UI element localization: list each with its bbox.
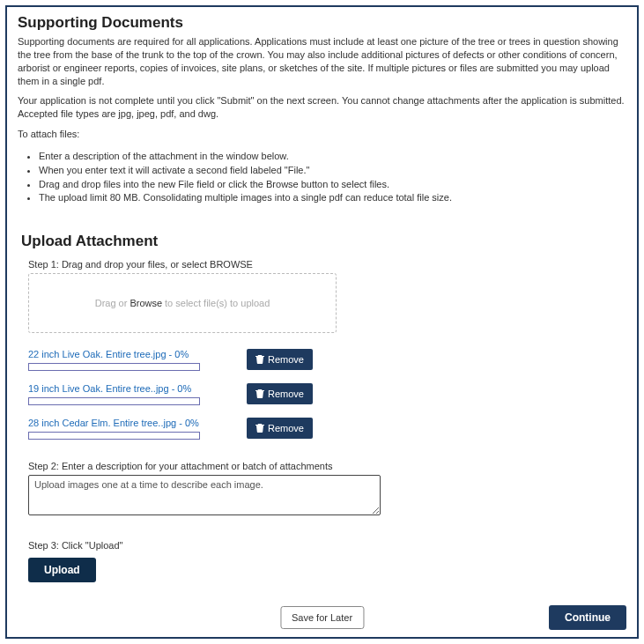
- remove-button[interactable]: Remove: [247, 418, 313, 439]
- remove-label: Remove: [268, 354, 304, 365]
- trash-icon: [255, 389, 264, 400]
- file-info: 19 inch Live Oak. Entire tree..jpg - 0%: [28, 383, 222, 405]
- browse-link[interactable]: Browse: [130, 298, 162, 308]
- footer-buttons: Save for Later Continue: [18, 605, 626, 630]
- file-dropzone[interactable]: Drag or Browse to select file(s) to uplo…: [28, 273, 337, 333]
- save-for-later-button[interactable]: Save for Later: [280, 606, 364, 629]
- intro-paragraph-3: To attach files:: [18, 128, 626, 141]
- step1-label: Step 1: Drag and drop your files, or sel…: [28, 259, 626, 270]
- upload-button[interactable]: Upload: [28, 558, 96, 582]
- file-row: 22 inch Live Oak. Entire tree.jpg - 0% R…: [28, 349, 626, 371]
- file-name: 19 inch Live Oak. Entire tree..jpg - 0%: [28, 383, 222, 394]
- intro-paragraph-2: Your application is not complete until y…: [18, 94, 626, 121]
- file-row: 28 inch Cedar Elm. Entire tree..jpg - 0%…: [28, 418, 626, 440]
- instruction-item: When you enter text it will activate a s…: [39, 164, 626, 177]
- remove-button[interactable]: Remove: [247, 383, 313, 404]
- upload-progress-bar: [28, 363, 200, 371]
- file-info: 28 inch Cedar Elm. Entire tree..jpg - 0%: [28, 418, 222, 440]
- dropzone-text-post: to select file(s) to upload: [165, 298, 270, 308]
- trash-icon: [255, 354, 264, 366]
- continue-button[interactable]: Continue: [549, 605, 626, 630]
- remove-label: Remove: [268, 389, 304, 399]
- page-title: Supporting Documents: [18, 14, 626, 32]
- file-row: 19 inch Live Oak. Entire tree..jpg - 0% …: [28, 383, 626, 405]
- trash-icon: [255, 423, 264, 434]
- upload-progress-bar: [28, 432, 200, 440]
- instruction-list: Enter a description of the attachment in…: [39, 150, 626, 204]
- file-name: 22 inch Live Oak. Entire tree.jpg - 0%: [28, 349, 222, 359]
- description-textarea[interactable]: [28, 475, 381, 515]
- file-name: 28 inch Cedar Elm. Entire tree..jpg - 0%: [28, 418, 222, 428]
- upload-heading: Upload Attachment: [21, 233, 626, 250]
- instruction-item: Enter a description of the attachment in…: [39, 150, 626, 163]
- remove-button[interactable]: Remove: [247, 349, 313, 370]
- instruction-item: The upload limit 80 MB. Consolidating mu…: [39, 191, 626, 204]
- step3-area: Step 3: Click "Upload" Upload: [28, 540, 626, 582]
- upload-progress-bar: [28, 397, 200, 405]
- page-container: Supporting Documents Supporting document…: [5, 5, 639, 639]
- step2-label: Step 2: Enter a description for your att…: [28, 461, 626, 471]
- description-area: Step 2: Enter a description for your att…: [28, 461, 626, 519]
- intro-paragraph-1: Supporting documents are required for al…: [18, 35, 626, 87]
- instruction-item: Drag and drop files into the new File fi…: [39, 178, 626, 191]
- remove-label: Remove: [268, 423, 304, 433]
- intro-text: Supporting documents are required for al…: [18, 35, 626, 141]
- file-info: 22 inch Live Oak. Entire tree.jpg - 0%: [28, 349, 222, 371]
- dropzone-text-pre: Drag or: [95, 298, 128, 308]
- step3-label: Step 3: Click "Upload": [28, 540, 626, 551]
